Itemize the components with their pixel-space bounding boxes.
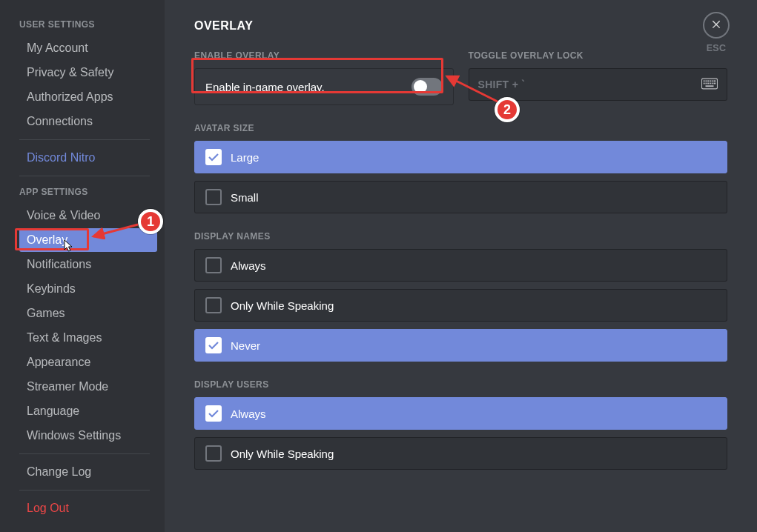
sidebar-item-change-log[interactable]: Change Log [19,460,157,484]
option-label: Small [231,191,259,204]
avatar-size-option-small[interactable]: Small [194,181,727,213]
sidebar-item-discord-nitro[interactable]: Discord Nitro [19,146,157,170]
svg-rect-5 [712,80,713,82]
option-label: Only While Speaking [231,448,334,460]
display-names-option-only-speaking[interactable]: Only While Speaking [194,289,727,322]
close-icon [710,18,722,33]
checkbox-icon [205,445,222,462]
display-users-option-only-speaking[interactable]: Only While Speaking [194,437,727,470]
svg-rect-11 [712,82,713,84]
sidebar-divider [19,139,150,140]
settings-sidebar: USER SETTINGS My Account Privacy & Safet… [0,0,165,532]
keyboard-icon [701,78,718,92]
keybind-value: SHIFT + ` [478,79,526,90]
enable-overlay-text: Enable in-game overlay. [205,81,325,93]
sidebar-item-language[interactable]: Language [19,399,157,423]
svg-rect-2 [706,80,707,82]
close-button[interactable] [703,12,730,39]
checkbox-icon [205,149,222,165]
option-label: Never [231,339,260,352]
enable-overlay-toggle[interactable] [411,78,443,96]
sidebar-item-connections[interactable]: Connections [19,110,157,133]
avatar-size-option-large[interactable]: Large [194,141,727,173]
sidebar-item-voice-video[interactable]: Voice & Video [19,204,157,227]
svg-rect-3 [707,80,709,82]
option-label: Always [231,408,266,420]
option-label: Only While Speaking [231,299,334,312]
svg-rect-6 [714,80,716,82]
sidebar-item-games[interactable]: Games [19,302,157,325]
sidebar-item-appearance[interactable]: Appearance [19,350,157,374]
sidebar-item-logout[interactable]: Log Out [19,496,157,520]
sidebar-item-authorized-apps[interactable]: Authorized Apps [19,85,157,109]
app-settings-header: APP SETTINGS [19,182,157,203]
sidebar-item-streamer-mode[interactable]: Streamer Mode [19,375,157,399]
svg-rect-8 [706,82,707,84]
esc-label: ESC [707,43,727,53]
sidebar-item-my-account[interactable]: My Account [19,36,157,60]
checkbox-icon [205,189,222,205]
display-users-option-always[interactable]: Always [194,397,727,430]
option-label: Large [231,151,259,164]
sidebar-item-text-images[interactable]: Text & Images [19,326,157,350]
close-region: ESC [698,12,735,53]
sidebar-divider [19,490,150,491]
checkbox-icon [205,257,222,273]
sidebar-item-keybinds[interactable]: Keybinds [19,277,157,301]
user-settings-header: USER SETTINGS [19,15,157,36]
toggle-lock-label: TOGGLE OVERLAY LOCK [469,50,728,61]
avatar-size-label: AVATAR SIZE [194,123,727,133]
sidebar-item-privacy-safety[interactable]: Privacy & Safety [19,61,157,84]
display-names-label: DISPLAY NAMES [194,231,727,242]
toggle-lock-keybind[interactable]: SHIFT + ` [469,68,728,101]
enable-overlay-label: ENABLE OVERLAY [194,50,454,61]
option-label: Always [231,259,266,272]
checkbox-icon [205,405,222,422]
checkbox-icon [205,297,222,313]
sidebar-item-windows-settings[interactable]: Windows Settings [19,424,157,448]
svg-rect-9 [707,82,709,84]
svg-rect-13 [706,85,714,87]
checkbox-icon [205,337,222,353]
display-users-label: DISPLAY USERS [194,379,727,390]
svg-rect-10 [710,82,711,84]
page-title: OVERLAY [194,19,727,33]
svg-rect-12 [714,82,716,84]
sidebar-item-overlay[interactable]: Overlay [19,228,157,252]
sidebar-item-notifications[interactable]: Notifications [19,253,157,276]
svg-rect-4 [710,80,711,82]
display-names-option-always[interactable]: Always [194,249,727,282]
enable-overlay-card: Enable in-game overlay. [194,68,454,105]
display-names-option-never[interactable]: Never [194,329,727,362]
sidebar-divider [19,453,150,454]
svg-rect-7 [704,82,705,84]
sidebar-divider [19,176,150,176]
settings-content: OVERLAY ESC ENABLE OVERLAY Enable in-gam… [165,0,757,532]
svg-rect-1 [704,80,705,82]
